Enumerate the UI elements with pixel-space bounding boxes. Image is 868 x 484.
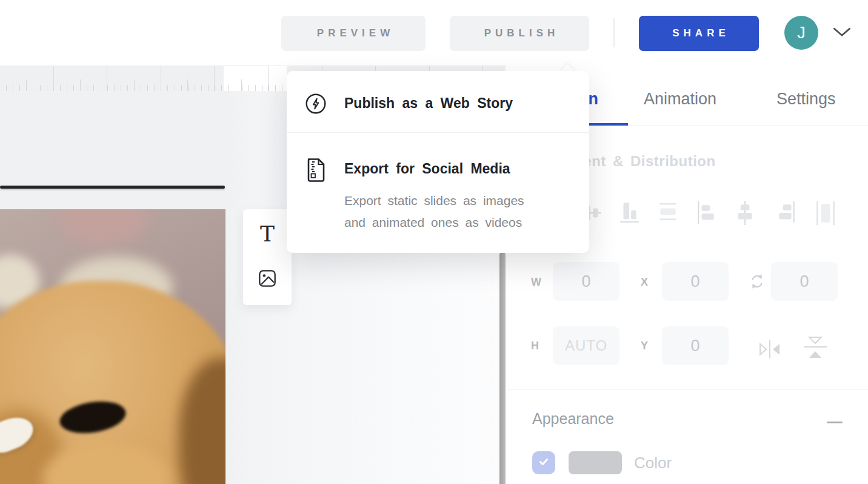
flip-horizontal-icon[interactable] xyxy=(756,336,784,364)
align-right-icon[interactable] xyxy=(774,199,797,227)
menu-item-export-social[interactable]: Export for Social Media Export static sl… xyxy=(287,133,589,253)
avatar-initial: J xyxy=(797,24,806,42)
share-button[interactable]: SHARE xyxy=(639,16,759,51)
align-left-icon[interactable] xyxy=(695,199,718,227)
menu-item-publish-web-story[interactable]: Publish as a Web Story xyxy=(287,71,589,132)
add-text-button[interactable]: T xyxy=(243,213,292,255)
rotation-input[interactable] xyxy=(771,262,838,301)
app-root: T PREVIEW PUBLISH SHARE J De xyxy=(0,0,868,484)
preview-button[interactable]: PREVIEW xyxy=(281,16,426,51)
menu-item-description-line2: and animated ones as videos xyxy=(344,215,522,230)
dog-photo-element[interactable] xyxy=(0,209,225,484)
check-icon xyxy=(538,455,550,470)
align-horizontal-center-icon[interactable] xyxy=(733,199,756,227)
color-checkbox[interactable] xyxy=(532,451,555,474)
y-input[interactable] xyxy=(662,326,729,365)
text-tool-icon: T xyxy=(260,223,275,245)
chevron-down-icon[interactable] xyxy=(833,27,851,38)
height-label: H xyxy=(531,340,539,352)
section-divider xyxy=(508,389,868,390)
top-bar: PREVIEW PUBLISH SHARE J xyxy=(0,0,868,66)
color-swatch[interactable] xyxy=(569,451,622,474)
panel-scrollbar[interactable] xyxy=(499,252,506,484)
y-label: Y xyxy=(641,340,648,352)
flip-vertical-icon[interactable] xyxy=(799,334,832,363)
tab-settings[interactable]: Settings xyxy=(776,90,836,109)
distribute-horizontal-icon[interactable] xyxy=(814,199,837,227)
width-input[interactable] xyxy=(553,262,619,301)
lightning-circle-icon xyxy=(305,93,327,115)
rotate-icon[interactable] xyxy=(749,273,765,291)
insert-toolbar: T xyxy=(243,209,292,305)
x-label: X xyxy=(641,276,648,289)
avatar[interactable]: J xyxy=(784,16,818,50)
topbar-divider xyxy=(613,18,615,47)
zip-file-icon xyxy=(305,158,327,183)
distribute-vertical-icon[interactable] xyxy=(656,199,679,227)
menu-item-title: Publish as a Web Story xyxy=(344,95,513,112)
x-input[interactable] xyxy=(662,262,729,301)
add-image-button[interactable] xyxy=(243,258,292,300)
height-input[interactable] xyxy=(553,326,619,365)
menu-item-description-line1: Export static slides as images xyxy=(344,193,524,208)
menu-item-title: Export for Social Media xyxy=(344,161,510,177)
publish-menu: Publish as a Web Story Export for Social… xyxy=(287,71,589,253)
width-label: W xyxy=(531,276,541,289)
collapse-minus-icon[interactable] xyxy=(827,416,846,425)
divider-line-element[interactable] xyxy=(0,186,225,189)
align-bottom-icon[interactable] xyxy=(618,199,641,227)
tab-animation[interactable]: Animation xyxy=(644,90,716,109)
publish-button[interactable]: PUBLISH xyxy=(450,16,589,51)
appearance-heading: Appearance xyxy=(532,410,614,428)
image-tool-icon xyxy=(258,269,276,289)
color-label: Color xyxy=(634,454,672,472)
